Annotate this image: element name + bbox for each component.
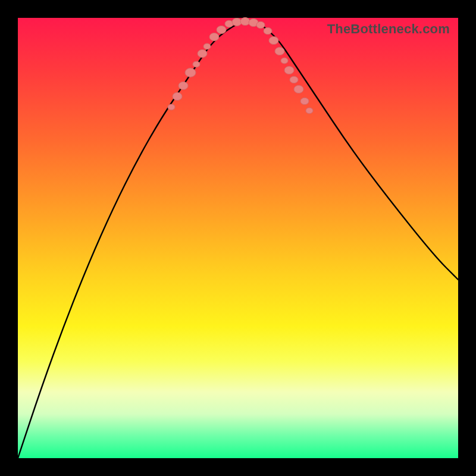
data-marker xyxy=(294,85,303,93)
data-marker xyxy=(300,98,309,104)
data-marker xyxy=(275,47,284,55)
data-marker xyxy=(209,33,219,40)
chart-frame: TheBottleneck.com xyxy=(0,0,476,476)
data-marker xyxy=(284,66,294,74)
data-marker xyxy=(173,92,182,100)
data-marker xyxy=(256,21,265,28)
data-marker xyxy=(269,36,278,44)
chart-plot-area: TheBottleneck.com xyxy=(18,18,458,458)
data-markers xyxy=(168,17,313,113)
data-marker xyxy=(198,49,207,57)
data-marker xyxy=(306,108,313,114)
data-marker xyxy=(178,82,188,89)
bottleneck-curve xyxy=(18,21,458,458)
chart-svg xyxy=(18,18,458,458)
data-marker xyxy=(193,61,200,67)
data-marker xyxy=(185,68,196,77)
data-marker xyxy=(281,58,288,64)
data-marker xyxy=(217,26,226,33)
data-marker xyxy=(203,43,211,49)
data-marker xyxy=(264,27,272,34)
attribution-watermark: TheBottleneck.com xyxy=(327,21,450,37)
data-marker xyxy=(168,104,175,110)
data-marker xyxy=(240,17,250,25)
data-marker xyxy=(290,76,298,83)
